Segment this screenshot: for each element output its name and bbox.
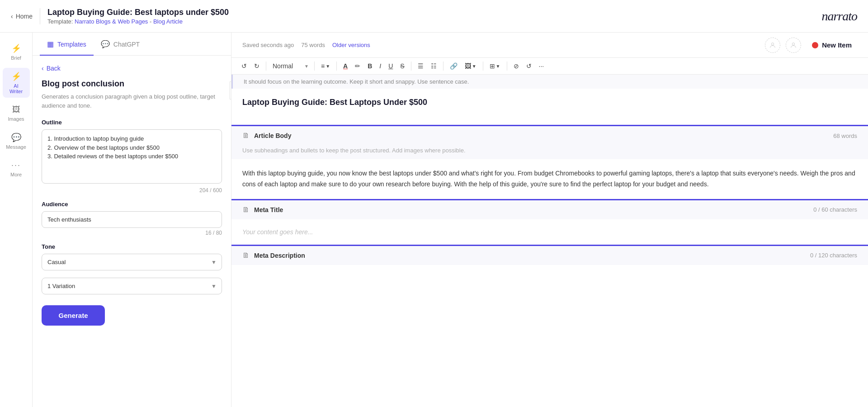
svg-point-1: [792, 43, 794, 45]
more-label: More: [10, 172, 22, 177]
panel-collapse-button[interactable]: ‹: [230, 81, 231, 99]
templates-panel: ▦ Templates 💬 ChatGPT ‹ ‹ Back Blog post…: [33, 33, 231, 407]
subtitle-link2[interactable]: Blog Article: [153, 18, 183, 25]
older-versions-link[interactable]: Older versions: [332, 42, 370, 48]
clear-format-button[interactable]: ⊘: [511, 61, 522, 71]
editor-topbar-left: Saved seconds ago 75 words Older version…: [242, 42, 370, 48]
more-icon: ···: [11, 161, 21, 170]
chevron-left-icon: ‹: [11, 13, 13, 20]
meta-description-name: Meta Description: [254, 252, 305, 259]
tip-text: It should focus on the learning outcome.…: [244, 78, 469, 85]
meta-description-header: 🗎 Meta Description 0 / 120 characters: [231, 246, 868, 265]
subtitle-prefix: Template:: [47, 18, 73, 25]
doc-info: Laptop Buying Guide: Best laptops under …: [47, 8, 229, 25]
link-button[interactable]: 🔗: [447, 61, 460, 71]
tab-templates[interactable]: ▦ Templates: [40, 33, 94, 56]
format-select-wrap: Normal Heading 1 Heading 2 ▼: [270, 61, 311, 71]
new-item-button[interactable]: New Item: [807, 38, 857, 52]
sidebar-item-images[interactable]: 🖼 Images: [3, 101, 30, 125]
numbered-list-button[interactable]: ☷: [428, 61, 439, 71]
bold-button[interactable]: B: [365, 61, 375, 71]
new-item-label: New Item: [822, 41, 852, 49]
editor-area: Saved seconds ago 75 words Older version…: [231, 33, 868, 407]
audience-input[interactable]: [42, 211, 222, 228]
tone-select[interactable]: Casual Formal Humorous Professional: [42, 254, 222, 270]
avatar-2: [786, 38, 801, 53]
sidebar-item-brief[interactable]: ⚡ Brief: [3, 40, 30, 64]
article-body-section: 🗎 Article Body 68 words Use subheadings …: [231, 125, 868, 199]
meta-title-placeholder[interactable]: Your content goes here...: [231, 219, 868, 245]
editor-topbar-right: New Item: [765, 38, 857, 53]
meta-desc-doc-icon: 🗎: [242, 251, 250, 260]
top-header: ‹ Home Laptop Buying Guide: Best laptops…: [0, 0, 868, 33]
meta-description-header-left: 🗎 Meta Description: [242, 251, 305, 260]
tone-label: Tone: [42, 243, 222, 250]
chatgpt-tab-icon: 💬: [101, 40, 110, 48]
strikethrough-button[interactable]: S: [397, 61, 407, 71]
redo-button[interactable]: ↻: [251, 61, 262, 71]
message-label: Message: [6, 144, 26, 150]
bullet-list-button[interactable]: ☰: [415, 61, 426, 71]
saved-status: Saved seconds ago: [242, 42, 294, 48]
undo2-button[interactable]: ↺: [524, 61, 534, 71]
underline-button[interactable]: U: [386, 61, 396, 71]
outline-textarea[interactable]: 1. Introduction to laptop buying guide 2…: [42, 129, 222, 184]
ai-writer-label: AI Writer: [7, 83, 25, 94]
sidebar-item-message[interactable]: 💬 Message: [3, 129, 30, 153]
image-button[interactable]: 🖼 ▼: [462, 61, 479, 71]
table-button[interactable]: ⊞ ▼: [487, 61, 503, 71]
undo-button[interactable]: ↺: [239, 61, 250, 71]
meta-description-char-count: 0 / 120 characters: [810, 252, 857, 259]
sidebar-item-ai-writer[interactable]: ⚡ AI Writer: [3, 68, 30, 98]
subtitle-sep: -: [150, 18, 153, 25]
title-content-area[interactable]: Laptop Buying Guide: Best Laptops Under …: [231, 89, 868, 125]
article-body-name: Article Body: [254, 132, 291, 139]
chatgpt-tab-label: ChatGPT: [113, 41, 140, 48]
tab-chatgpt[interactable]: 💬 ChatGPT: [94, 33, 147, 56]
article-body-text[interactable]: With this laptop buying guide, you now k…: [242, 168, 857, 190]
generate-button[interactable]: Generate: [42, 305, 105, 326]
audience-char-count: 16 / 80: [42, 230, 222, 236]
outline-label: Outline: [42, 119, 222, 126]
sidebar-item-more[interactable]: ··· More: [3, 157, 30, 181]
editor-content[interactable]: It should focus on the learning outcome.…: [231, 75, 868, 407]
toolbar-separator-6: [483, 62, 483, 71]
back-button[interactable]: ‹ Back: [42, 65, 222, 72]
variation-select[interactable]: 1 Variation 2 Variations 3 Variations: [42, 278, 222, 294]
tone-field-group: Tone Casual Formal Humorous Professional…: [42, 243, 222, 270]
article-body-hint: Use subheadings and bullets to keep the …: [231, 145, 868, 159]
text-color-button[interactable]: A: [340, 61, 350, 71]
meta-description-section: 🗎 Meta Description 0 / 120 characters: [231, 245, 868, 265]
toolbar-separator-3: [336, 62, 337, 71]
italic-button[interactable]: I: [377, 61, 384, 71]
editor-toolbar: ↺ ↻ Normal Heading 1 Heading 2 ▼ ≡ ▼ A ✏…: [231, 58, 868, 75]
tone-select-wrap: Casual Formal Humorous Professional ▼: [42, 254, 222, 270]
article-title[interactable]: Laptop Buying Guide: Best Laptops Under …: [242, 98, 857, 107]
avatar-1: [765, 38, 780, 53]
outline-char-count: 204 / 600: [42, 187, 222, 194]
template-desc: Generates a conclusion paragraph given a…: [42, 92, 222, 110]
narrato-logo: narrato: [821, 9, 857, 24]
meta-title-section: 🗎 Meta Title 0 / 60 characters Your cont…: [231, 199, 868, 245]
ai-writer-icon: ⚡: [11, 71, 21, 81]
section-header-left: 🗎 Article Body: [242, 132, 291, 140]
toolbar-separator-4: [411, 62, 411, 71]
panel-content: ‹ Back Blog post conclusion Generates a …: [33, 56, 231, 407]
sidebar-icons: ⚡ Brief ⚡ AI Writer 🖼 Images 💬 Message ·…: [0, 33, 33, 407]
subtitle-link1[interactable]: Narrato Blogs & Web Pages: [75, 18, 148, 25]
toolbar-separator-1: [266, 62, 266, 71]
article-body-content[interactable]: With this laptop buying guide, you now k…: [231, 159, 868, 199]
article-body-header: 🗎 Article Body 68 words: [231, 126, 868, 145]
highlight-button[interactable]: ✏: [352, 61, 363, 71]
align-button[interactable]: ≡ ▼: [318, 61, 333, 71]
back-label: Back: [47, 65, 61, 72]
word-count: 75 words: [301, 42, 325, 48]
header-left: ‹ Home Laptop Buying Guide: Best laptops…: [11, 8, 229, 25]
audience-label: Audience: [42, 201, 222, 208]
meta-title-char-count: 0 / 60 characters: [813, 206, 857, 213]
format-select[interactable]: Normal Heading 1 Heading 2: [270, 61, 311, 71]
home-link[interactable]: ‹ Home: [11, 13, 33, 20]
tip-bar: It should focus on the learning outcome.…: [231, 75, 868, 89]
more-toolbar-button[interactable]: ···: [536, 61, 547, 71]
outline-field-group: Outline 1. Introduction to laptop buying…: [42, 119, 222, 194]
